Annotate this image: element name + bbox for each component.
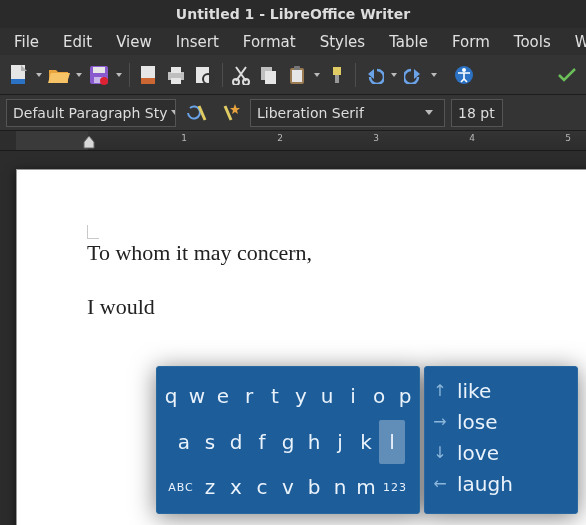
arrow-down-icon: ↓ xyxy=(433,443,447,462)
copy-button[interactable] xyxy=(256,61,282,89)
suggestion-item[interactable]: ↓ love xyxy=(433,437,569,468)
menu-window[interactable]: Window xyxy=(563,29,586,55)
svg-point-14 xyxy=(233,79,239,85)
toolbar-separator xyxy=(129,63,130,87)
key-z[interactable]: z xyxy=(197,465,223,509)
suggestion-word: lose xyxy=(457,410,498,434)
key-c[interactable]: c xyxy=(249,465,275,509)
suggestions-panel: ↑ like → lose ↓ love ← laugh xyxy=(424,366,578,514)
accessibility-check-button[interactable] xyxy=(451,61,477,89)
key-x[interactable]: x xyxy=(223,465,249,509)
horizontal-ruler[interactable]: 1 2 3 4 5 xyxy=(0,131,586,151)
key-mode-123[interactable]: 123 xyxy=(379,465,411,509)
key-h[interactable]: h xyxy=(301,420,327,464)
new-dropdown[interactable] xyxy=(34,61,44,89)
ruler-left-margin xyxy=(16,131,88,150)
suggestion-item[interactable]: ↑ like xyxy=(433,375,569,406)
paste-button[interactable] xyxy=(284,61,310,89)
print-preview-button[interactable] xyxy=(191,61,217,89)
paragraph-style-combo[interactable]: Default Paragraph Sty xyxy=(6,99,176,127)
scissors-icon xyxy=(232,65,250,85)
paragraph[interactable]: I would xyxy=(87,294,586,320)
refresh-brush-icon xyxy=(185,102,207,124)
open-button[interactable] xyxy=(46,61,72,89)
menu-tools[interactable]: Tools xyxy=(502,29,563,55)
key-b[interactable]: b xyxy=(301,465,327,509)
star-brush-icon xyxy=(219,102,241,124)
export-pdf-button[interactable] xyxy=(135,61,161,89)
key-g[interactable]: g xyxy=(275,420,301,464)
update-style-button[interactable] xyxy=(182,99,210,127)
new-document-button[interactable] xyxy=(6,61,32,89)
key-r[interactable]: r xyxy=(236,374,262,418)
font-size-combo[interactable]: 18 pt xyxy=(451,99,503,127)
suggestion-word: love xyxy=(457,441,499,465)
ruler-label: 4 xyxy=(469,133,475,143)
key-y[interactable]: y xyxy=(288,374,314,418)
print-preview-icon xyxy=(194,65,214,85)
font-name-combo[interactable]: Liberation Serif xyxy=(250,99,445,127)
ruler-label: 2 xyxy=(277,133,283,143)
key-d[interactable]: d xyxy=(223,420,249,464)
redo-button[interactable] xyxy=(401,61,427,89)
suggestion-item[interactable]: → lose xyxy=(433,406,569,437)
paragraph[interactable]: To whom it may concern, xyxy=(87,240,586,266)
key-u[interactable]: u xyxy=(314,374,340,418)
key-mode-abc[interactable]: ABC xyxy=(165,465,197,509)
page-content[interactable]: To whom it may concern, I would xyxy=(87,240,586,348)
print-button[interactable] xyxy=(163,61,189,89)
suggestion-item[interactable]: ← laugh xyxy=(433,468,569,499)
svg-rect-10 xyxy=(171,67,181,73)
paragraph-style-value: Default Paragraph Sty xyxy=(13,105,167,121)
save-button[interactable] xyxy=(86,61,112,89)
key-q[interactable]: q xyxy=(158,374,184,418)
svg-rect-20 xyxy=(294,66,300,70)
menu-format[interactable]: Format xyxy=(231,29,308,55)
paste-dropdown[interactable] xyxy=(312,61,322,89)
menu-styles[interactable]: Styles xyxy=(308,29,378,55)
key-e[interactable]: e xyxy=(210,374,236,418)
undo-dropdown[interactable] xyxy=(389,61,399,89)
open-dropdown[interactable] xyxy=(74,61,84,89)
save-dropdown[interactable] xyxy=(114,61,124,89)
accessibility-icon xyxy=(454,65,474,85)
new-style-button[interactable] xyxy=(216,99,244,127)
menu-insert[interactable]: Insert xyxy=(164,29,231,55)
key-j[interactable]: j xyxy=(327,420,353,464)
redo-dropdown[interactable] xyxy=(429,61,439,89)
formatting-toolbar: Default Paragraph Sty Liberation Serif 1… xyxy=(0,95,586,131)
svg-rect-19 xyxy=(292,70,302,82)
toolbar-separator xyxy=(222,63,223,87)
cut-button[interactable] xyxy=(228,61,254,89)
key-i[interactable]: i xyxy=(340,374,366,418)
menu-edit[interactable]: Edit xyxy=(51,29,104,55)
key-l[interactable]: l xyxy=(379,420,405,464)
menu-view[interactable]: View xyxy=(104,29,164,55)
menu-table[interactable]: Table xyxy=(377,29,440,55)
finish-button[interactable] xyxy=(554,61,580,89)
key-o[interactable]: o xyxy=(366,374,392,418)
key-t[interactable]: t xyxy=(262,374,288,418)
svg-rect-4 xyxy=(93,67,105,73)
key-v[interactable]: v xyxy=(275,465,301,509)
menu-form[interactable]: Form xyxy=(440,29,502,55)
key-k[interactable]: k xyxy=(353,420,379,464)
key-w[interactable]: w xyxy=(184,374,210,418)
key-s[interactable]: s xyxy=(197,420,223,464)
keyboard-panel: q w e r t y u i o p a s d f g h j k l AB… xyxy=(156,366,420,514)
key-p[interactable]: p xyxy=(392,374,418,418)
font-size-value: 18 pt xyxy=(458,105,495,121)
key-n[interactable]: n xyxy=(327,465,353,509)
key-m[interactable]: m xyxy=(353,465,379,509)
svg-rect-17 xyxy=(265,71,276,84)
menu-file[interactable]: File xyxy=(2,29,51,55)
svg-rect-8 xyxy=(141,78,155,84)
key-a[interactable]: a xyxy=(171,420,197,464)
window-title: Untitled 1 - LibreOffice Writer xyxy=(176,6,410,22)
arrow-right-icon: → xyxy=(433,412,447,431)
clone-formatting-button[interactable] xyxy=(324,61,350,89)
undo-button[interactable] xyxy=(361,61,387,89)
indent-marker[interactable] xyxy=(83,135,93,147)
key-f[interactable]: f xyxy=(249,420,275,464)
svg-point-6 xyxy=(100,77,108,85)
